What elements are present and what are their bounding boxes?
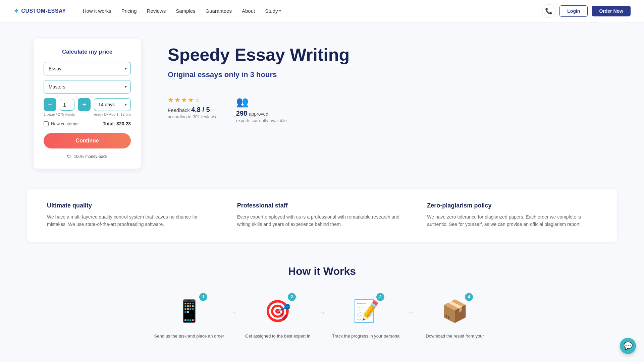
step-1-icon-wrap: 1 📱 bbox=[172, 294, 206, 328]
nav-study[interactable]: Study ▾ bbox=[265, 8, 281, 14]
brand-name: CUSTOM-ESSAY bbox=[21, 8, 66, 14]
continue-button[interactable]: Continue bbox=[44, 133, 131, 148]
header-actions: 📞 Login Order Now bbox=[542, 4, 631, 18]
pages-row: − + 14 days 7 days 3 days 24 hours 12 ho… bbox=[44, 98, 131, 111]
hero-text: Speedy Essay Writing Original essays onl… bbox=[168, 39, 350, 123]
step-1-icon: 📱 bbox=[176, 299, 203, 323]
phone-icon: 📞 bbox=[545, 7, 552, 15]
feature-staff-title: Professional staff bbox=[237, 202, 407, 209]
step-4-icon-wrap: 4 📦 bbox=[438, 294, 472, 328]
step-3: 3 📝 Track the progress in your personal bbox=[329, 294, 403, 339]
new-customer-label[interactable]: New customer bbox=[44, 121, 79, 126]
header: ✦ CUSTOM-ESSAY How it works Pricing Revi… bbox=[0, 0, 644, 22]
feedback-score-label: Feedback 4.8 / 5 bbox=[168, 106, 216, 114]
new-customer-checkbox[interactable] bbox=[44, 121, 49, 126]
step-4-label: Download the result from your bbox=[426, 333, 484, 339]
nav-how-it-works[interactable]: How it works bbox=[83, 8, 111, 14]
hero-subheading: Original essays only in 3 hours bbox=[168, 70, 350, 79]
feature-plagiarism-title: Zero-plagiarism policy bbox=[427, 202, 597, 209]
step-2-badge: 2 bbox=[288, 293, 296, 301]
arrow-1: → bbox=[226, 308, 241, 317]
arrow-2: → bbox=[315, 308, 329, 317]
money-back-label: 100% money-back bbox=[74, 154, 107, 159]
logo[interactable]: ✦ CUSTOM-ESSAY bbox=[13, 7, 66, 15]
feature-plagiarism-desc: We have zero tolerance for plagiarized p… bbox=[427, 213, 597, 228]
level-select-wrapper: Masters High School College Undergraduat… bbox=[44, 80, 131, 94]
how-it-works-title: How it Works bbox=[27, 265, 617, 278]
chat-bubble-icon: 💬 bbox=[624, 342, 633, 350]
features-section: Ultimate quality We have a multi-layered… bbox=[27, 189, 617, 242]
feature-quality-title: Ultimate quality bbox=[47, 202, 217, 209]
login-button[interactable]: Login bbox=[559, 5, 588, 17]
academic-level-select[interactable]: Masters High School College Undergraduat… bbox=[44, 80, 131, 94]
order-now-button[interactable]: Order Now bbox=[592, 6, 631, 16]
step-3-icon-wrap: 3 📝 bbox=[350, 294, 383, 328]
calculator-card: Calculate my price Essay Research Paper … bbox=[34, 39, 141, 169]
pages-words-label: 1 page / 275 words bbox=[44, 112, 75, 116]
pages-sub-info: 1 page / 275 words ready by Aug 1, 12 pm bbox=[44, 112, 131, 116]
total-price: Total: $20.28 bbox=[103, 121, 131, 126]
feature-quality-desc: We have a multi-layered quality control … bbox=[47, 213, 217, 228]
experts-sub: experts currently available bbox=[236, 118, 287, 123]
essay-type-select[interactable]: Essay Research Paper Coursework Term Pap… bbox=[44, 62, 131, 75]
hero-heading: Speedy Essay Writing bbox=[168, 45, 350, 64]
study-chevron-icon: ▾ bbox=[279, 9, 281, 13]
nav-guarantees[interactable]: Guarantees bbox=[206, 8, 232, 14]
hero-stats: ★★★★☆ Feedback 4.8 / 5 according to 301 … bbox=[168, 96, 350, 123]
feature-staff: Professional staff Every expert employed… bbox=[237, 202, 407, 228]
feature-quality: Ultimate quality We have a multi-layered… bbox=[47, 202, 217, 228]
experts-stat: 👥 298 approved experts currently availab… bbox=[236, 96, 287, 123]
step-1-badge: 1 bbox=[199, 293, 207, 301]
how-it-works-section: How it Works 1 📱 Send us the task and pl… bbox=[0, 258, 644, 359]
experts-label: approved bbox=[249, 111, 268, 117]
step-4-icon: 📦 bbox=[441, 299, 468, 323]
step-1: 1 📱 Send us the task and place an order bbox=[152, 294, 226, 339]
chat-bubble-button[interactable]: 💬 bbox=[620, 338, 636, 354]
nav-samples[interactable]: Samples bbox=[176, 8, 195, 14]
ready-by-label: ready by Aug 1, 12 pm bbox=[94, 112, 131, 116]
step-4: 4 📦 Download the result from your bbox=[418, 294, 492, 339]
star-rating: ★★★★☆ bbox=[168, 96, 216, 104]
nav-reviews[interactable]: Reviews bbox=[147, 8, 166, 14]
step-3-label: Track the progress in your personal bbox=[332, 333, 400, 339]
type-select-wrapper: Essay Research Paper Coursework Term Pap… bbox=[44, 62, 131, 75]
experts-count: 298 bbox=[236, 110, 247, 117]
step-3-icon: 📝 bbox=[353, 299, 380, 323]
quantity-minus-button[interactable]: − bbox=[44, 98, 56, 111]
shield-icon: 🛡 bbox=[67, 154, 72, 159]
deadline-select-wrapper: 14 days 7 days 3 days 24 hours 12 hours … bbox=[94, 98, 131, 111]
step-3-badge: 3 bbox=[376, 293, 384, 301]
arrow-3: → bbox=[403, 308, 418, 317]
step-2-icon: 🎯 bbox=[264, 299, 291, 323]
logo-icon: ✦ bbox=[13, 7, 19, 15]
calculator-title: Calculate my price bbox=[44, 49, 131, 55]
money-back-badge: 🛡 100% money-back bbox=[44, 154, 131, 159]
feature-staff-desc: Every expert employed with us is a profe… bbox=[237, 213, 407, 228]
feedback-stat: ★★★★☆ Feedback 4.8 / 5 according to 301 … bbox=[168, 96, 216, 123]
step-4-badge: 4 bbox=[465, 293, 473, 301]
feedback-score: 4.8 / 5 bbox=[191, 106, 210, 113]
quantity-plus-button[interactable]: + bbox=[78, 98, 91, 111]
feedback-reviews: according to 301 reviews bbox=[168, 114, 216, 119]
step-2: 2 🎯 Get assigned to the best expert in bbox=[241, 294, 315, 339]
quantity-input[interactable] bbox=[60, 99, 74, 111]
feature-plagiarism: Zero-plagiarism policy We have zero tole… bbox=[427, 202, 597, 228]
step-2-icon-wrap: 2 🎯 bbox=[261, 294, 294, 328]
phone-button[interactable]: 📞 bbox=[542, 4, 555, 18]
step-1-label: Send us the task and place an order bbox=[154, 333, 224, 339]
hero-section: Calculate my price Essay Research Paper … bbox=[0, 22, 644, 189]
main-nav: How it works Pricing Reviews Samples Gua… bbox=[83, 8, 542, 14]
step-2-label: Get assigned to the best expert in bbox=[245, 333, 310, 339]
experts-icon: 👥 bbox=[236, 96, 287, 108]
deadline-select[interactable]: 14 days 7 days 3 days 24 hours 12 hours … bbox=[94, 98, 131, 111]
nav-pricing[interactable]: Pricing bbox=[121, 8, 137, 14]
new-customer-row: New customer Total: $20.28 bbox=[44, 121, 131, 126]
nav-about[interactable]: About bbox=[242, 8, 255, 14]
steps-row: 1 📱 Send us the task and place an order … bbox=[27, 294, 617, 339]
